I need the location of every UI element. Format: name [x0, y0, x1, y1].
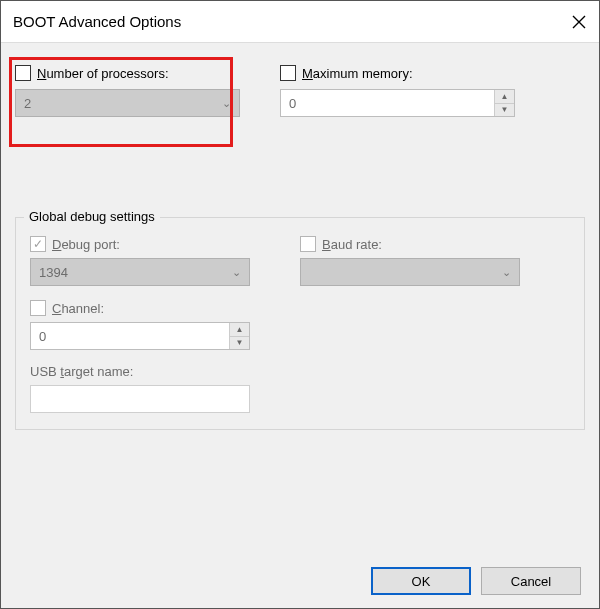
processors-dropdown[interactable]: 2 ⌄ — [15, 89, 240, 117]
dialog-footer: OK Cancel — [1, 554, 599, 608]
processors-checkbox-row[interactable]: Number of processors: — [15, 65, 240, 81]
channel-spinner-arrows: ▲ ▼ — [229, 323, 249, 349]
channel-checkbox-row: Channel: — [30, 300, 250, 316]
debug-port-label: Debug port: — [52, 237, 120, 252]
titlebar: BOOT Advanced Options — [1, 1, 599, 43]
spinner-down-icon[interactable]: ▼ — [495, 104, 514, 117]
baud-rate-dropdown: ⌄ — [300, 258, 520, 286]
baud-rate-checkbox-row: Baud rate: — [300, 236, 520, 252]
groupbox-legend: Global debug settings — [24, 209, 160, 224]
memory-label: Maximum memory: — [302, 66, 413, 81]
baud-rate-block: Baud rate: ⌄ — [300, 236, 520, 286]
memory-value: 0 — [281, 90, 494, 116]
debug-port-checkbox-row: ✓ Debug port: — [30, 236, 250, 252]
channel-spinner: 0 ▲ ▼ — [30, 322, 250, 350]
chevron-down-icon: ⌄ — [222, 97, 231, 110]
processors-label: Number of processors: — [37, 66, 169, 81]
spinner-up-icon[interactable]: ▲ — [495, 90, 514, 104]
usb-target-input — [30, 385, 250, 413]
dialog-window: BOOT Advanced Options Number of processo… — [0, 0, 600, 609]
dialog-content: Number of processors: 2 ⌄ Maximum memory… — [1, 43, 599, 554]
processors-value: 2 — [24, 96, 31, 111]
baud-rate-label: Baud rate: — [322, 237, 382, 252]
memory-spinner-arrows[interactable]: ▲ ▼ — [494, 90, 514, 116]
spinner-down-icon: ▼ — [230, 337, 249, 350]
cancel-button[interactable]: Cancel — [481, 567, 581, 595]
baud-rate-checkbox — [300, 236, 316, 252]
close-button[interactable] — [559, 1, 599, 43]
channel-block: Channel: 0 ▲ ▼ — [30, 300, 250, 350]
debug-row-2: Channel: 0 ▲ ▼ — [30, 300, 570, 350]
memory-spinner[interactable]: 0 ▲ ▼ — [280, 89, 515, 117]
processors-checkbox[interactable] — [15, 65, 31, 81]
top-row: Number of processors: 2 ⌄ Maximum memory… — [15, 65, 585, 117]
channel-label: Channel: — [52, 301, 104, 316]
chevron-down-icon: ⌄ — [232, 266, 241, 279]
usb-target-block: USB target name: — [30, 364, 250, 413]
spinner-up-icon: ▲ — [230, 323, 249, 337]
debug-port-value: 1394 — [39, 265, 68, 280]
ok-button[interactable]: OK — [371, 567, 471, 595]
chevron-down-icon: ⌄ — [502, 266, 511, 279]
memory-block: Maximum memory: 0 ▲ ▼ — [280, 65, 515, 117]
debug-port-dropdown: 1394 ⌄ — [30, 258, 250, 286]
usb-target-label: USB target name: — [30, 364, 250, 379]
window-title: BOOT Advanced Options — [13, 13, 559, 30]
memory-checkbox-row[interactable]: Maximum memory: — [280, 65, 515, 81]
debug-row-1: ✓ Debug port: 1394 ⌄ Baud rate: — [30, 236, 570, 286]
channel-value: 0 — [31, 323, 229, 349]
close-icon — [572, 15, 586, 29]
processors-block: Number of processors: 2 ⌄ — [15, 65, 240, 117]
debug-port-checkbox: ✓ — [30, 236, 46, 252]
debug-port-block: ✓ Debug port: 1394 ⌄ — [30, 236, 250, 286]
memory-checkbox[interactable] — [280, 65, 296, 81]
channel-checkbox — [30, 300, 46, 316]
global-debug-groupbox: Global debug settings ✓ Debug port: 1394… — [15, 217, 585, 430]
